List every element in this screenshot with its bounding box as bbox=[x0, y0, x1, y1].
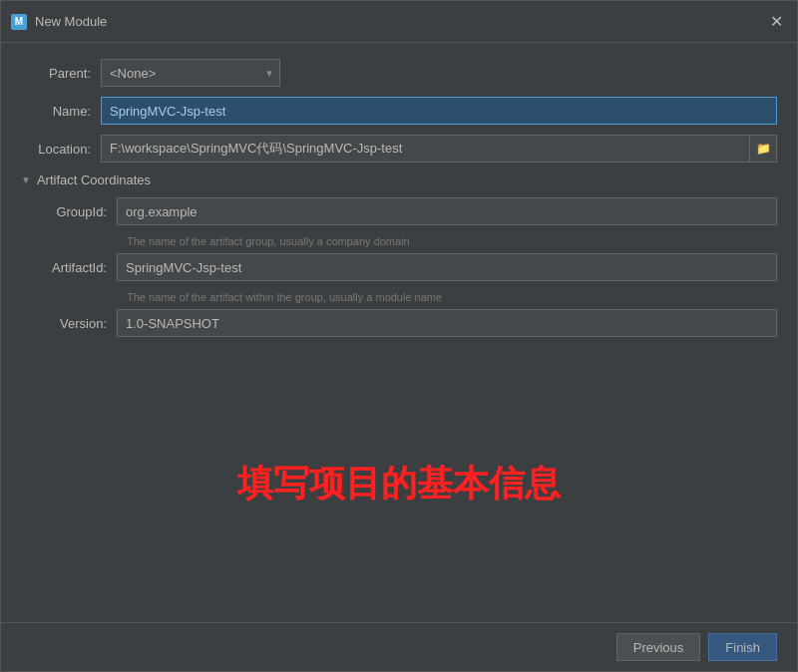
title-bar: M New Module ✕ bbox=[1, 1, 797, 43]
version-row: Version: bbox=[37, 309, 777, 337]
main-area: 填写项目的基本信息 bbox=[1, 346, 797, 623]
name-row: Name: bbox=[21, 97, 777, 125]
name-input-wrap bbox=[101, 97, 777, 125]
folder-icon: 📁 bbox=[756, 142, 771, 156]
dialog-footer: Previous Finish bbox=[1, 622, 797, 671]
annotation-text: 填写项目的基本信息 bbox=[237, 460, 561, 508]
parent-select[interactable]: <None> bbox=[102, 62, 259, 85]
version-label: Version: bbox=[37, 316, 117, 331]
dialog-title: New Module bbox=[35, 14, 107, 29]
artifact-coordinates-content: GroupId: The name of the artifact group,… bbox=[21, 197, 777, 337]
location-row: Location: 📁 bbox=[21, 135, 777, 163]
previous-button[interactable]: Previous bbox=[616, 633, 701, 661]
artifact-id-row: ArtifactId: bbox=[37, 253, 777, 281]
artifact-id-input-wrap bbox=[117, 253, 777, 281]
artifact-id-label: ArtifactId: bbox=[37, 260, 117, 275]
group-id-label: GroupId: bbox=[37, 204, 117, 219]
finish-button[interactable]: Finish bbox=[708, 633, 777, 661]
parent-label: Parent: bbox=[21, 66, 101, 81]
new-module-dialog: M New Module ✕ Parent: <None> ▼ Name: Lo… bbox=[0, 0, 798, 672]
group-id-input-wrap bbox=[117, 197, 777, 225]
location-label: Location: bbox=[21, 142, 101, 157]
group-id-hint: The name of the artifact group, usually … bbox=[37, 235, 777, 247]
section-collapse-icon: ▼ bbox=[21, 174, 31, 185]
location-wrap: 📁 bbox=[101, 135, 777, 163]
group-id-row: GroupId: bbox=[37, 197, 777, 225]
artifact-coordinates-label: Artifact Coordinates bbox=[37, 172, 151, 187]
location-input-wrap: 📁 bbox=[101, 135, 777, 163]
name-input[interactable] bbox=[101, 97, 777, 125]
artifact-coordinates-section-header[interactable]: ▼ Artifact Coordinates bbox=[21, 172, 777, 187]
artifact-id-input[interactable] bbox=[117, 253, 777, 281]
dialog-content: Parent: <None> ▼ Name: Location: bbox=[1, 43, 797, 346]
chevron-down-icon: ▼ bbox=[259, 68, 279, 79]
parent-row: Parent: <None> ▼ bbox=[21, 59, 777, 87]
version-input[interactable] bbox=[117, 309, 777, 337]
parent-select-wrap: <None> ▼ bbox=[101, 59, 280, 87]
name-label: Name: bbox=[21, 104, 101, 119]
title-bar-left: M New Module bbox=[11, 14, 107, 30]
location-input[interactable] bbox=[101, 135, 749, 163]
artifact-id-hint: The name of the artifact within the grou… bbox=[37, 291, 777, 303]
group-id-input[interactable] bbox=[117, 197, 777, 225]
version-input-wrap bbox=[117, 309, 777, 337]
close-button[interactable]: ✕ bbox=[766, 12, 787, 32]
location-browse-button[interactable]: 📁 bbox=[749, 135, 777, 163]
dialog-icon: M bbox=[11, 14, 27, 30]
